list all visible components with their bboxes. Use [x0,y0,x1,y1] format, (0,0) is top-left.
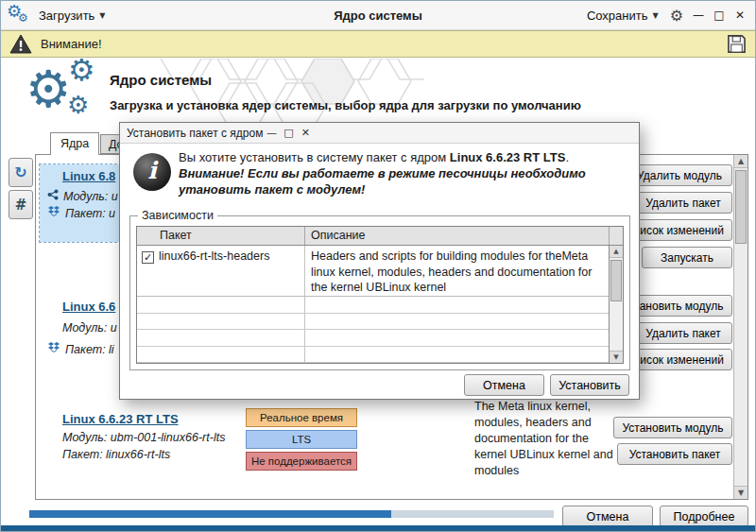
scroll-down-icon[interactable]: ▼ [734,486,747,499]
table-header-row: Пакет Описание [137,227,623,246]
warning-triangle-icon [9,34,32,54]
kernel-package-label: Пакет: li [65,343,114,356]
info-icon: i [133,153,171,191]
page-subtitle: Загрузка и установка ядер системы, выбор… [110,98,581,112]
dependency-package-name: linux66-rt-lts-headers [159,249,269,263]
message-kernel-name: Linux 6.6.23 RT LTS [450,150,566,164]
kernel-link[interactable]: Linux 6.6.23 RT LTS [62,412,179,426]
kernel-module-row: Модуль: u [62,321,117,335]
page-title: Ядро системы [110,72,212,88]
refresh-button[interactable]: ↻ [9,158,33,187]
scroll-up-icon[interactable]: ▲ [610,246,623,258]
save-button[interactable]: Сохранить ▼ [581,6,664,26]
kernel-package-row: Пакет: li [47,342,114,356]
kernel-module-label: Модуль: u [62,321,117,335]
table-row-empty [137,330,609,347]
dependency-checkbox[interactable]: ✓ [142,251,154,264]
kernel-gears-icon: ⚙ ⚙ ⚙ [26,60,112,125]
app-window: ⚙ ⚙ Загрузить ▼ Ядро системы Сохранить ▼… [0,0,756,532]
check-icon: ✓ [144,251,152,264]
badge-realtime: Реальное время [246,408,357,427]
details-button[interactable]: Подробнее [660,506,748,527]
cancel-button[interactable]: Отмена [562,506,653,527]
scrollbar-thumb[interactable] [610,260,622,301]
column-header-package[interactable]: Пакет [137,227,305,245]
table-header-corner [609,227,623,245]
message-period: . [565,150,569,164]
dialog-install-button[interactable]: Установить [550,374,629,396]
table-row-empty [137,347,609,364]
vertical-scrollbar[interactable]: ▲ ▼ [733,155,747,499]
titlebar: ⚙ ⚙ Загрузить ▼ Ядро системы Сохранить ▼… [1,1,755,30]
kernel-package-label: Пакет: u [65,207,115,220]
dialog-titlebar[interactable]: Установить пакет с ядром — □ ✕ [120,123,639,144]
chevron-down-icon: ▼ [653,11,659,20]
maximize-button[interactable]: □ [710,9,729,22]
refresh-icon: ↻ [14,163,26,181]
hash-icon: # [15,197,27,214]
gear-icon: ⚙ [67,93,89,117]
column-header-description[interactable]: Описание [305,227,609,245]
scroll-up-icon[interactable]: ▲ [734,155,747,168]
remove-module-button[interactable]: Удалить модуль [627,164,732,186]
remove-package-button[interactable]: Удалить пакет [634,192,732,214]
kernel-module-row: Модуль: ubm-001-linux66-rt-lts [62,431,225,444]
dependencies-table: Пакет Описание ✓ linux66-rt-lts-headers [136,226,624,364]
package-icon [47,206,60,220]
dependencies-group: Зависимости Пакет Описание ✓ [129,215,630,370]
dialog-minimize-button[interactable]: — [263,127,280,139]
table-row-empty [137,314,609,331]
table-row-empty [137,297,609,314]
badge-unsupported: Не поддерживается [246,452,357,471]
package-icon [47,342,60,356]
kernel-link[interactable]: Linux 6.6 [62,300,115,314]
table-scrollbar[interactable]: ▲ ▼ [609,246,623,363]
titlebar-right-cluster: Сохранить ▼ ⚙ — □ ✕ [581,6,755,26]
package-cell: ✓ linux66-rt-lts-headers [137,246,305,296]
kernel-item-linux-6-6-23-rt-lts[interactable]: Linux 6.6.23 RT LTS Модуль: ubm-001-linu… [40,397,616,488]
page-header: ⚙ ⚙ ⚙ Ядро системы Загрузка и установка … [1,59,755,127]
install-module-button[interactable]: Установить модуль [613,417,732,438]
app-gears-icon: ⚙ ⚙ [7,3,33,27]
window-bottom-edge [1,525,755,531]
kernel-module-label: Модуль: u [63,190,118,203]
save-file-icon[interactable] [727,34,747,54]
load-button[interactable]: Загрузить ▼ [33,6,112,26]
scrollbar-thumb[interactable] [735,170,747,244]
dialog-message: Вы хотите установить в систему пакет с я… [179,149,629,197]
gear-icon: ⚙ [68,59,95,85]
hash-button[interactable]: # [9,190,33,219]
table-row[interactable]: ✓ linux66-rt-lts-headers Headers and scr… [137,246,609,297]
dialog-title: Установить пакет с ядром [127,127,263,140]
message-warning: Внимание! Если вы работаете в режиме пес… [179,165,629,197]
message-text: Вы хотите установить в систему пакет с я… [179,150,450,164]
kernel-link[interactable]: Linux 6.8 [62,169,115,183]
tab-kernels[interactable]: Ядра [50,132,99,155]
close-button[interactable]: ✕ [730,9,749,22]
save-button-label: Сохранить [587,9,648,23]
install-package-button[interactable]: Установить пакет [617,443,732,465]
kernel-description: The Meta linux kernel, modules, headers … [474,399,616,479]
warning-text: Внимание! [41,37,102,51]
settings-gear-icon[interactable]: ⚙ [666,7,687,25]
hexagon-pattern [160,59,424,127]
table-body: ✓ linux66-rt-lts-headers Headers and scr… [137,246,623,363]
install-package-dialog: Установить пакет с ядром — □ ✕ i Вы хоти… [119,122,640,400]
scroll-down-icon[interactable]: ▼ [610,351,623,363]
dependencies-legend: Зависимости [138,209,217,222]
table-rows: ✓ linux66-rt-lts-headers Headers and scr… [137,246,609,363]
dialog-close-button[interactable]: ✕ [297,127,314,139]
load-button-label: Загрузить [39,9,94,23]
chevron-down-icon: ▼ [99,11,105,20]
run-button[interactable]: Запускать [642,247,732,268]
gear-icon: ⚙ [26,64,71,115]
dependency-description: Headers and scripts for building modules… [305,246,609,296]
minimize-button[interactable]: — [689,9,708,22]
remove-package-button[interactable]: Удалить пакет [634,322,732,344]
dialog-maximize-button[interactable]: □ [280,127,297,139]
dialog-cancel-button[interactable]: Отмена [464,374,544,396]
gear-icon: ⚙ [18,12,28,24]
badge-lts: LTS [246,430,357,449]
kernel-package-row: Пакет: u [47,206,115,220]
kernel-module-row: Модуль: u [47,189,118,203]
